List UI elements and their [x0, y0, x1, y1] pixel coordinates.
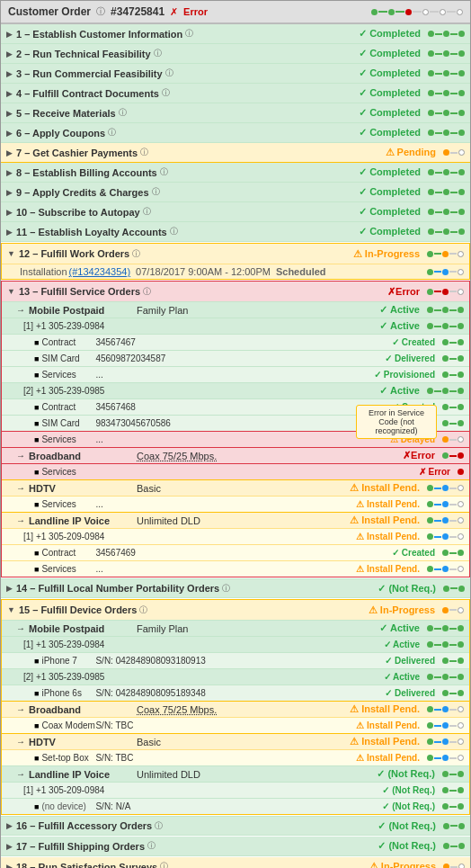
hdtv-services-bullet: ■ [34, 500, 39, 509]
section-7-info[interactable]: ⓘ [140, 147, 148, 158]
coax-modem-bullet: ■ [34, 721, 39, 730]
section-12-status: ⚠ In-Progress [353, 248, 420, 260]
iphone7-label: iPhone 7 [41, 656, 95, 666]
section-2-info[interactable]: ⓘ [154, 48, 162, 59]
section-18-title[interactable]: 18 – Run Satisfaction Surveys [16, 862, 157, 869]
section-8-title[interactable]: 8 – Establish Billing Accounts [16, 167, 157, 178]
coax-modem-status: ⚠ Install Pend. [356, 720, 420, 730]
simcard-2-label: SIM Card [41, 418, 95, 428]
section-1-expand[interactable]: ▶ [6, 30, 13, 39]
order-number: #34725841 [111, 5, 164, 18]
landline-services-value: ... [95, 564, 167, 574]
section-10-title[interactable]: 10 – Subscribe to Autopay [16, 207, 140, 218]
section-4-title[interactable]: 4 – Fulfill Contract Documents [16, 88, 159, 99]
section-7-expand[interactable]: ▶ [6, 148, 13, 157]
installation-progress [427, 269, 464, 275]
section-12-header[interactable]: ▼ 12 – Fulfill Work Orders ⓘ ⚠ In-Progre… [2, 244, 469, 264]
section-3-title[interactable]: 3 – Run Commercial Feasibility [16, 68, 163, 79]
section-9-title[interactable]: 9 – Apply Credits & Charges [16, 187, 149, 198]
services-1-status: ✓ Provisioned [374, 370, 435, 380]
s15-line-1-progress [427, 641, 464, 648]
section-2-expand[interactable]: ▶ [6, 49, 13, 58]
section-16-status: ✓ (Not Req.) [378, 820, 436, 832]
section-15-info[interactable]: ⓘ [139, 604, 147, 616]
line-1-status: ✓ Active [379, 320, 420, 332]
line-2-row: [2] +1 305-239-0985 ✓ Active [2, 382, 469, 398]
section-12-info[interactable]: ⓘ [132, 248, 140, 260]
section-8-expand[interactable]: ▶ [6, 168, 13, 177]
section-17-title[interactable]: 17 – Fulfill Shipping Orders [16, 841, 145, 852]
section-18-expand[interactable]: ▶ [6, 863, 13, 869]
section-17-info[interactable]: ⓘ [147, 840, 156, 852]
section-2-title[interactable]: 2 – Run Technical Feasibility [16, 49, 151, 59]
installation-label: Installation [20, 266, 67, 277]
section-17-expand[interactable]: ▶ [6, 842, 13, 851]
section-14-title[interactable]: 14 – Fulfill Local Number Portability Or… [16, 583, 219, 594]
section-10-status: ✓ Completed [359, 206, 421, 218]
installation-id[interactable]: (#134234354) [69, 266, 131, 277]
contract-2-label: Contract [41, 402, 95, 412]
section-1-info[interactable]: ⓘ [185, 28, 193, 40]
section-13-header[interactable]: ▼ 13 – Fulfill Service Orders ⓘ ✗Error [2, 282, 469, 301]
info-icon[interactable]: ⓘ [96, 5, 105, 18]
section-3-info[interactable]: ⓘ [165, 67, 173, 79]
section-13-info[interactable]: ⓘ [143, 286, 151, 298]
section-5-title[interactable]: 5 – Receive Materials [16, 108, 116, 119]
section-7-status: ⚠ Pending [386, 147, 436, 158]
section-15-header[interactable]: ▼ 15 – Fulfill Device Orders ⓘ ⚠ In-Prog… [2, 600, 469, 620]
section-3-status: ✓ Completed [359, 67, 421, 79]
section-13-progress [427, 289, 464, 295]
simcard-2-bullet: ■ [34, 419, 39, 428]
section-9-info[interactable]: ⓘ [152, 186, 160, 198]
section-14-progress [443, 586, 465, 592]
s15-line-2-status: ✓ Active [384, 672, 420, 682]
broadband-services-label: Services [41, 467, 95, 477]
section-11-expand[interactable]: ▶ [6, 228, 13, 237]
services-1-progress [442, 371, 464, 378]
s15-landline-line1-number: [1] +1 305-209-0984 [23, 785, 131, 795]
section-11-title[interactable]: 11 – Establish Loyalty Accounts [16, 227, 167, 237]
landline-line-1-status: ⚠ Install Pend. [356, 532, 420, 541]
section-4-status: ✓ Completed [359, 87, 421, 99]
section-6-info[interactable]: ⓘ [108, 127, 116, 139]
section-17-progress [443, 843, 465, 849]
section-7-progress [443, 149, 465, 156]
section-11-info[interactable]: ⓘ [170, 226, 178, 237]
section-5-expand[interactable]: ▶ [6, 109, 13, 118]
settop-box-value: S/N: TBC [95, 753, 167, 763]
section-10-expand[interactable]: ▶ [6, 208, 13, 217]
services-2-progress: Error in Service Code (not recognized) [442, 436, 464, 443]
section-4-info[interactable]: ⓘ [162, 87, 170, 99]
section-7-title[interactable]: 7 – Get Cashier Payments [16, 148, 138, 158]
section-10-info[interactable]: ⓘ [143, 206, 151, 218]
services-2-row: ■ Services ... ⚠ Delayed Error in Servic… [2, 431, 469, 447]
line-2-number: [2] +1 305-239-0985 [23, 386, 131, 396]
section-1-title[interactable]: 1 – Establish Customer Information [16, 29, 182, 40]
section-4-expand[interactable]: ▶ [6, 89, 13, 98]
section-8: ▶ 8 – Establish Billing Accounts ⓘ ✓ Com… [1, 163, 470, 183]
section-5-info[interactable]: ⓘ [119, 107, 127, 119]
section-4: ▶ 4 – Fulfill Contract Documents ⓘ ✓ Com… [1, 84, 470, 103]
section-9-status: ✓ Completed [359, 186, 421, 198]
section-6-title[interactable]: 6 – Apply Coupons [16, 128, 105, 139]
section-8-progress [428, 169, 465, 175]
section-18-info[interactable]: ⓘ [160, 861, 168, 868]
section-16-title[interactable]: 16 – Fulfill Accessory Orders [16, 820, 152, 831]
section-9-expand[interactable]: ▶ [6, 188, 13, 197]
no-device-bullet: ■ [34, 802, 39, 811]
iphone6s-bullet: ■ [34, 689, 39, 698]
section-6-expand[interactable]: ▶ [6, 129, 13, 138]
section-14-info[interactable]: ⓘ [222, 583, 230, 595]
section-8-info[interactable]: ⓘ [160, 166, 168, 178]
broadband-services-progress [458, 469, 464, 475]
line-1-progress [427, 323, 464, 329]
section-16-info[interactable]: ⓘ [155, 820, 163, 832]
section-3-expand[interactable]: ▶ [6, 69, 13, 78]
s15-line-1-number: [1] +1 305-239-0984 [23, 640, 131, 649]
section-14-expand[interactable]: ▶ [6, 584, 13, 593]
iphone6s-row: ■ iPhone 6s S/N: 042848908095189348 ✓ De… [2, 685, 469, 701]
contract-2-bullet: ■ [34, 403, 39, 412]
section-16-expand[interactable]: ▶ [6, 821, 13, 830]
hdtv-services-status: ⚠ Install Pend. [356, 499, 420, 509]
mobile-postpaid-arrow: → [16, 305, 25, 315]
